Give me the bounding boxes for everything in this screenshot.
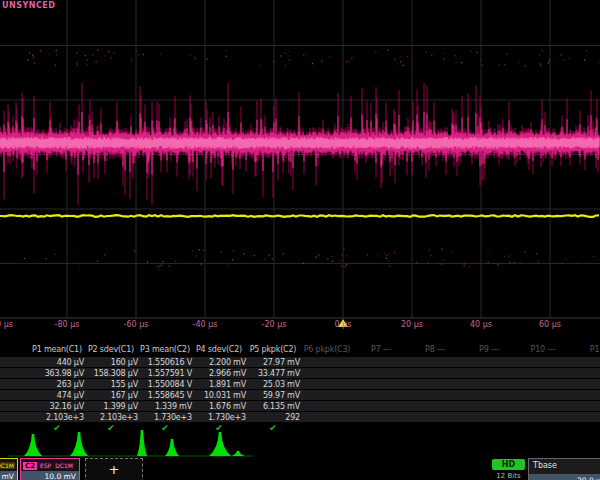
time-axis-label: -40 µs bbox=[193, 320, 218, 329]
channel-descriptor-c1[interactable]: DC1M 10.0 mV bbox=[0, 458, 18, 480]
time-axis-label: -20 µs bbox=[262, 320, 287, 329]
measurement-value-cell: 2.103e+3 bbox=[30, 413, 84, 422]
measurement-value-cell: 292 bbox=[246, 413, 300, 422]
time-axis-label: 40 µs bbox=[470, 320, 492, 329]
measurement-header-cell[interactable]: P11 bbox=[570, 345, 600, 354]
status-check-icon: ✔ bbox=[84, 423, 138, 433]
time-axis-label: 60 µs bbox=[539, 320, 561, 329]
measurement-header-cell[interactable]: P2 sdev(C1) bbox=[84, 345, 138, 354]
measurement-value-cell: 27.97 mV bbox=[246, 358, 300, 367]
measurement-header-cell[interactable]: P8 --- bbox=[408, 345, 462, 354]
histicon bbox=[165, 439, 179, 456]
measurement-value-cell: 59.97 mV bbox=[246, 391, 300, 400]
measurement-value-cell: 158.308 µV bbox=[84, 369, 138, 378]
measurement-header-cell[interactable]: P10 --- bbox=[516, 345, 570, 354]
time-axis-label: 0 µs bbox=[335, 320, 352, 329]
measurement-value-cell: 2.200 mV bbox=[192, 358, 246, 367]
add-trace-button[interactable]: + bbox=[85, 458, 143, 480]
measurement-value-cell: 32.16 µV bbox=[30, 402, 84, 411]
timebase-scale-value: 20.0 µs/div bbox=[529, 474, 600, 480]
time-axis-label: 20 µs bbox=[401, 320, 423, 329]
measurement-header-cell[interactable]: P9 --- bbox=[462, 345, 516, 354]
c2-scale-value: 10.0 mV bbox=[21, 471, 79, 480]
measurement-value-cell: 33.477 mV bbox=[246, 369, 300, 378]
measurement-value-cell: 160 µV bbox=[84, 358, 138, 367]
oscilloscope-screen: UNSYNCED -100 µs-80 µs-60 µs-40 µs-20 µs… bbox=[0, 0, 600, 480]
measurement-header-cell[interactable]: P5 pkpk(C2) bbox=[246, 345, 300, 354]
status-check-icon: ✔ bbox=[138, 423, 192, 433]
measurement-header-cell[interactable]: P7 --- bbox=[354, 345, 408, 354]
measurement-value-cell: 1.339 mV bbox=[138, 402, 192, 411]
time-axis-label: -60 µs bbox=[124, 320, 149, 329]
histicon bbox=[24, 434, 42, 456]
measurement-value-cell: 1.550084 V bbox=[138, 380, 192, 389]
measurement-value-cell: 167 µV bbox=[84, 391, 138, 400]
measurement-value-cell: 1.730e+3 bbox=[192, 413, 246, 422]
c2-esp-tag: ESP bbox=[39, 462, 52, 469]
measurement-value-cell: 1.558645 V bbox=[138, 391, 192, 400]
time-axis-label: -100 µs bbox=[0, 320, 13, 329]
c2-label: C2 bbox=[23, 462, 37, 470]
measurement-value-cell: 2.966 mV bbox=[192, 369, 246, 378]
plus-icon: + bbox=[109, 462, 120, 477]
timebase-descriptor[interactable]: Tbase 20.0 µs/div bbox=[528, 458, 600, 480]
status-check-icon: ✔ bbox=[192, 423, 246, 433]
measurement-value-cell: 1.557591 V bbox=[138, 369, 192, 378]
measurement-table: P1 mean(C1)P2 sdev(C1)P3 mean(C2)P4 sdev… bbox=[0, 343, 600, 434]
status-check-icon: ✔ bbox=[246, 423, 300, 433]
measurement-header-cell[interactable]: P6 pkpk(C3) bbox=[300, 345, 354, 354]
measurement-value-cell: 155 µV bbox=[84, 380, 138, 389]
c1-scale-value: 10.0 mV bbox=[0, 471, 17, 480]
measurement-value-cell: 25.03 mV bbox=[246, 380, 300, 389]
c2-coupling-tag: DC1M bbox=[54, 462, 74, 469]
measurement-value-cell: 1.399 µV bbox=[84, 402, 138, 411]
measurement-value-cell: 10.031 mV bbox=[192, 391, 246, 400]
status-annotation: UNSYNCED bbox=[2, 1, 55, 10]
measurement-value-cell: 1.676 mV bbox=[192, 402, 246, 411]
histicon bbox=[209, 432, 231, 456]
histicon bbox=[231, 451, 245, 456]
status-check-icon: ✔ bbox=[30, 423, 84, 433]
measurement-value-cell: 474 µV bbox=[30, 391, 84, 400]
hd-bits-label: 12 Bits bbox=[488, 472, 529, 480]
c1-coupling-tag: DC1M bbox=[0, 462, 15, 469]
measurement-header-cell[interactable]: P3 mean(C2) bbox=[138, 345, 192, 354]
measurement-value-cell: 440 µV bbox=[30, 358, 84, 367]
measurement-value-cell: 363.98 µV bbox=[30, 369, 84, 378]
timebase-label: Tbase bbox=[529, 459, 600, 474]
measurement-value-cell: 263 µV bbox=[30, 380, 84, 389]
hd-mode-badge: HD bbox=[492, 459, 525, 470]
histicon bbox=[70, 432, 88, 456]
measurement-value-cell: 6.135 mV bbox=[246, 402, 300, 411]
measurement-value-cell: 2.103e+3 bbox=[84, 413, 138, 422]
measurement-value-cell: 1.550616 V bbox=[138, 358, 192, 367]
measurement-header-cell[interactable]: P1 mean(C1) bbox=[30, 345, 84, 354]
measurement-value-cell: 1.891 mV bbox=[192, 380, 246, 389]
measurement-header-cell[interactable]: P4 sdev(C2) bbox=[192, 345, 246, 354]
measurement-value-cell: 1.730e+3 bbox=[138, 413, 192, 422]
time-axis-label: -80 µs bbox=[55, 320, 80, 329]
channel-descriptor-c2[interactable]: C2 ESP DC1M 10.0 mV bbox=[20, 458, 80, 480]
